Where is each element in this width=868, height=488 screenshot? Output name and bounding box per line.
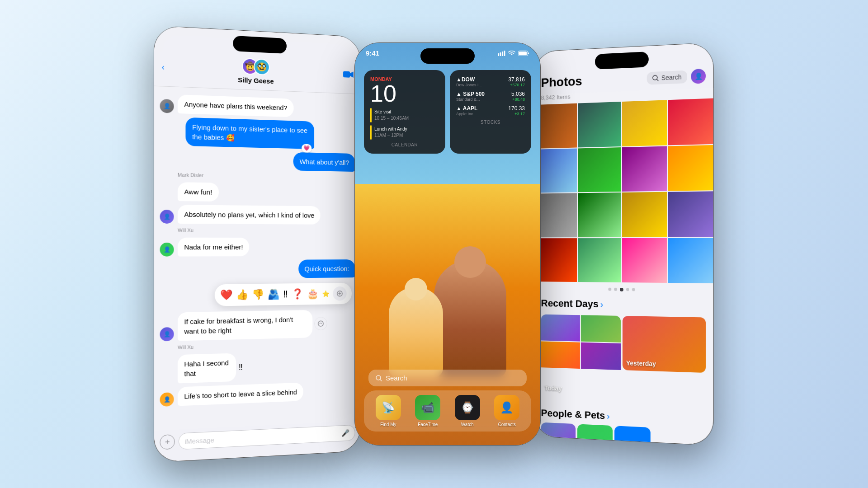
back-button[interactable]: ‹: [162, 62, 165, 72]
yesterday-card[interactable]: Yesterday: [623, 316, 706, 373]
tapback-icon: ‼️: [239, 362, 243, 372]
phone-center: 9:41: [355, 43, 540, 445]
photo-thumbnail[interactable]: [534, 238, 576, 282]
mini-photo: [581, 315, 621, 343]
group-avatars: 🤠 🥸: [242, 58, 270, 75]
add-reaction-button[interactable]: [314, 317, 327, 330]
avatar: 👤: [160, 243, 174, 257]
dock-app-contacts[interactable]: 👤 Contacts: [494, 395, 519, 427]
photos-grid: [534, 99, 713, 283]
person-thumbnail[interactable]: [541, 422, 576, 446]
dot-4: [626, 288, 629, 291]
photo-thumbnail[interactable]: [534, 148, 576, 193]
reaction-bar-container: ❤️ 👍 👎 🫂 ‼️ ❓ 🎂 ⭐: [160, 281, 352, 309]
chevron-icon[interactable]: ›: [600, 299, 604, 310]
chevron-icon[interactable]: ›: [607, 411, 610, 421]
message-bubble-haha: Haha I second that: [178, 353, 236, 383]
message-row: Aww fun!: [160, 182, 355, 203]
dock-app-findmy[interactable]: 📡 Find My: [376, 395, 401, 427]
avatar-2: 🥸: [254, 58, 270, 75]
calendar-widget[interactable]: MONDAY 10 Site visit 10:15 – 10:45AM Lun…: [364, 70, 445, 154]
reaction-cake[interactable]: 🎂: [307, 288, 319, 300]
photo-thumbnail[interactable]: [668, 191, 713, 237]
mic-icon: 🎤: [341, 429, 349, 437]
message-row: Flying down to my sister's place to see …: [160, 117, 355, 150]
mini-photo: [541, 314, 580, 342]
message-bubble: Quick question:: [298, 259, 355, 278]
day-label: Yesterday: [626, 359, 656, 367]
photo-thumbnail[interactable]: [578, 102, 621, 147]
stock-item-sp500: ▲ S&P 500 Standard &... 5,036 +80.48: [456, 91, 525, 102]
search-button[interactable]: Search: [646, 70, 687, 85]
photo-thumbnail[interactable]: [668, 99, 713, 145]
dock-app-facetime[interactable]: 📹 FaceTime: [415, 395, 440, 427]
video-call-button[interactable]: [343, 70, 354, 80]
messages-screen: ‹ 🤠 🥸 Silly Geese: [154, 26, 360, 462]
dot-1: [608, 288, 611, 291]
message-bubble: Anyone have plans this weekend?: [178, 94, 293, 117]
contact-name: Silly Geese: [238, 76, 274, 85]
photo-thumbnail[interactable]: [622, 238, 667, 283]
header-actions: Search 👤: [646, 69, 706, 86]
reaction-thumbsup[interactable]: 👍: [236, 289, 248, 300]
dock-app-watch[interactable]: ⌚ Watch: [455, 395, 480, 427]
stock-change: +570.17: [508, 83, 525, 87]
add-reaction-button[interactable]: [333, 286, 346, 301]
photo-thumbnail[interactable]: [534, 103, 576, 149]
stocks-widget[interactable]: ▲DOW Dow Jones I... 37,816 +570.17 ▲ S&P…: [450, 70, 531, 154]
message-row: 👤 Anyone have plans this weekend?: [160, 94, 355, 119]
tapback-emoji: 💗: [302, 144, 311, 153]
stock-symbol: ▲ S&P 500: [456, 91, 485, 97]
contact-info: 🤠 🥸 Silly Geese: [238, 58, 274, 85]
photo-thumbnail[interactable]: [534, 193, 576, 237]
photo-thumbnail[interactable]: [668, 238, 713, 283]
search-icon: [652, 75, 659, 81]
dynamic-island: [233, 36, 287, 54]
search-bar[interactable]: Search: [368, 370, 527, 386]
message-input[interactable]: iMessage 🎤: [179, 425, 355, 450]
section-label: Recent Days: [541, 297, 599, 310]
dynamic-island: [595, 52, 649, 70]
page-title: Photos: [541, 74, 582, 90]
person-thumbnail[interactable]: [614, 426, 651, 445]
app-icon: ⌚: [455, 395, 480, 420]
photo-thumbnail[interactable]: [622, 146, 667, 192]
avatar: 👤: [160, 327, 174, 341]
reaction-thumbsdown[interactable]: 👎: [252, 289, 264, 300]
app-label: FaceTime: [418, 422, 438, 427]
widget-label: Calendar: [370, 142, 439, 147]
photo-thumbnail[interactable]: [622, 192, 667, 237]
photo-thumbnail[interactable]: [578, 147, 621, 192]
reaction-heart[interactable]: ❤️: [220, 289, 232, 301]
photo-thumbnail[interactable]: [578, 192, 621, 237]
event-bar: [370, 108, 372, 122]
reaction-exclaim[interactable]: ‼️: [283, 288, 288, 300]
stock-price: 170.33 +3.17: [508, 105, 525, 116]
event-bar: [370, 125, 372, 140]
photo-thumbnail[interactable]: [578, 238, 621, 282]
phone-left: ‹ 🤠 🥸 Silly Geese: [154, 26, 360, 462]
stock-name: Standard &...: [456, 97, 485, 102]
reaction-question[interactable]: ❓: [292, 288, 303, 300]
event-time: 10:15 – 10:45AM: [374, 115, 409, 122]
mother-head: [454, 246, 486, 278]
reaction-hug[interactable]: 🫂: [268, 288, 280, 300]
add-button[interactable]: +: [160, 434, 175, 450]
today-card[interactable]: Today: [541, 314, 621, 398]
svg-rect-10: [519, 52, 527, 55]
reaction-star[interactable]: ⭐: [322, 290, 329, 297]
stock-value: 5,036: [511, 91, 525, 97]
mini-photo: [581, 343, 621, 370]
dot-2: [614, 288, 617, 291]
photo-thumbnail[interactable]: [622, 100, 667, 146]
user-avatar[interactable]: 👤: [691, 69, 706, 84]
dock: 📡 Find My 📹 FaceTime ⌚ Watch 👤 Contacts: [364, 390, 531, 432]
photos-title: Photos: [541, 74, 582, 90]
calendar-event-2: Lunch with Andy 11AM – 12PM: [370, 125, 439, 140]
input-row: + iMessage 🎤: [160, 425, 355, 451]
photo-thumbnail[interactable]: [668, 145, 713, 191]
phone-right: Photos Search 👤 8,342 Items: [534, 43, 713, 446]
messages-header: ‹ 🤠 🥸 Silly Geese: [154, 26, 360, 94]
reaction-bar[interactable]: ❤️ 👍 👎 🫂 ‼️ ❓ 🎂 ⭐: [215, 283, 352, 306]
person-thumbnail[interactable]: [577, 424, 613, 445]
